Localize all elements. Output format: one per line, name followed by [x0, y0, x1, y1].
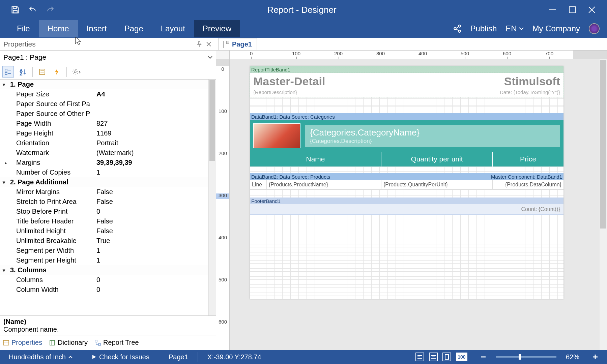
ruler-tick: 100 — [292, 51, 300, 56]
single-page-icon[interactable] — [442, 353, 451, 361]
category-desc-field[interactable]: {Categories.Description} — [310, 138, 555, 145]
vertical-ruler[interactable]: 0100200300400500600 — [216, 59, 230, 350]
publish-button[interactable]: Publish — [470, 24, 497, 33]
property-row[interactable]: Columns0 — [0, 275, 216, 285]
count-field[interactable]: Count: {Count()} — [250, 204, 563, 215]
tab-page[interactable]: Page — [116, 20, 152, 37]
align-left-icon[interactable] — [415, 353, 424, 361]
events-icon[interactable] — [52, 66, 62, 77]
zoom-in-button[interactable] — [589, 354, 602, 360]
properties-grid[interactable]: ▾1. PagePaper SizeA4Paper Source of Firs… — [0, 80, 216, 315]
scrollbar[interactable] — [600, 59, 607, 350]
property-row[interactable]: Paper SizeA4 — [0, 89, 216, 99]
align-center-icon[interactable] — [429, 353, 438, 361]
units-selector[interactable]: Hundredths of Inch — [5, 353, 76, 361]
zoom-out-button[interactable] — [477, 354, 490, 360]
categorized-icon[interactable] — [3, 66, 13, 77]
property-row[interactable]: Page Width827 — [0, 119, 216, 128]
company-label[interactable]: My Company — [532, 24, 580, 33]
check-issues-button[interactable]: Check for Issues — [88, 353, 153, 361]
avatar[interactable] — [589, 23, 600, 34]
chevron-up-icon — [68, 355, 73, 359]
property-row[interactable]: Unlimited HeightFalse — [0, 226, 216, 236]
ribbon: File Home Insert Page Layout Preview Pub… — [0, 20, 607, 38]
property-row[interactable]: Paper Source of First Pa — [0, 99, 216, 109]
tab-insert[interactable]: Insert — [78, 20, 116, 37]
property-row[interactable]: Page Height1169 — [0, 128, 216, 138]
property-group[interactable]: ▾1. Page — [0, 80, 216, 89]
svg-point-7 — [454, 28, 456, 30]
svg-rect-23 — [3, 340, 9, 345]
property-row[interactable]: Segment per Height1 — [0, 255, 216, 265]
ruler-tick: 300 — [376, 51, 385, 56]
minimize-icon[interactable] — [548, 5, 558, 15]
ruler-tick: 400 — [418, 51, 427, 56]
property-row[interactable]: Paper Source of Other P — [0, 109, 216, 119]
pin-icon[interactable] — [196, 40, 203, 48]
maximize-icon[interactable] — [567, 5, 577, 15]
redo-icon[interactable] — [45, 4, 56, 16]
footer-band[interactable]: FooterBand1 Count: {Count()} — [250, 198, 563, 215]
description-icon[interactable] — [37, 66, 48, 77]
tab-preview[interactable]: Preview — [194, 20, 240, 37]
property-group[interactable]: ▾2. Page Additional — [0, 177, 216, 187]
property-row[interactable]: Column Width0 — [0, 285, 216, 295]
undo-icon[interactable] — [27, 4, 38, 16]
zoom-slider[interactable] — [496, 356, 556, 358]
statusbar: Hundredths of Inch Check for Issues Page… — [0, 350, 607, 364]
tab-home[interactable]: Home — [39, 20, 78, 37]
ruler-tick: 500 — [461, 51, 469, 56]
property-row[interactable]: Unlimited BreakableTrue — [0, 236, 216, 246]
zoom-100-icon[interactable]: 100 — [456, 353, 467, 361]
data-band-categories[interactable]: DataBand1; Data Source: Categories {Cate… — [250, 113, 563, 166]
tab-layout[interactable]: Layout — [152, 20, 194, 37]
ruler-tick: 400 — [216, 235, 229, 240]
language-selector[interactable]: EN — [505, 24, 523, 33]
column-header[interactable]: Name Quantity per unit Price — [250, 152, 563, 166]
canvas[interactable]: ReportTitleBand1 Master-DetailStimulsoft… — [230, 59, 607, 350]
bottom-tab-properties[interactable]: Properties — [3, 339, 42, 346]
property-row[interactable]: Stop Before Print0 — [0, 207, 216, 216]
category-image[interactable] — [253, 123, 300, 148]
bottom-tab-report-tree[interactable]: Report Tree — [94, 339, 139, 346]
page-tab[interactable]: Page1 — [218, 38, 257, 50]
settings-icon[interactable] — [71, 66, 82, 77]
svg-rect-13 — [5, 69, 7, 71]
share-icon[interactable] — [453, 24, 462, 33]
property-row[interactable]: ▸Margins39,39,39,39 — [0, 158, 216, 168]
ruler-tick: 600 — [216, 319, 229, 325]
property-row[interactable]: Title before HeaderFalse — [0, 216, 216, 226]
property-row[interactable]: Mirror MarginsFalse — [0, 187, 216, 197]
property-row[interactable]: OrientationPortrait — [0, 138, 216, 148]
property-row[interactable]: Watermark(Watermark) — [0, 148, 216, 158]
property-group[interactable]: ▾3. Columns — [0, 265, 216, 275]
data-band-products[interactable]: DataBand2; Data Source: ProductsMaster C… — [250, 173, 563, 189]
report-title-band[interactable]: ReportTitleBand1 Master-DetailStimulsoft… — [250, 66, 563, 97]
chevron-down-icon — [519, 27, 524, 30]
status-page[interactable]: Page1 — [165, 353, 192, 361]
status-coords: X:-39.00 Y:278.74 — [204, 353, 265, 361]
category-name-field[interactable]: {Categories.CategoryName} — [310, 127, 555, 138]
ruler-tick: 0 — [216, 66, 229, 72]
horizontal-ruler[interactable]: 0100200300400500600700 — [230, 51, 607, 59]
page-icon — [223, 41, 229, 48]
property-row[interactable]: Segment per Width1 — [0, 246, 216, 255]
svg-rect-35 — [445, 355, 449, 359]
close-panel-icon[interactable] — [205, 40, 212, 48]
report-page[interactable]: ReportTitleBand1 Master-DetailStimulsoft… — [250, 66, 563, 299]
property-object-selector[interactable]: Page1 : Page — [0, 51, 216, 64]
save-icon[interactable] — [9, 4, 21, 16]
ruler-tick: 0 — [250, 51, 253, 56]
alphabetical-icon[interactable]: AZ — [18, 66, 28, 77]
ruler-tick: 200 — [216, 150, 229, 156]
design-surface: Page1 0100200300400500600700 01002003004… — [216, 38, 607, 350]
close-icon[interactable] — [587, 5, 597, 15]
bottom-tab-dictionary[interactable]: Dictionary — [49, 339, 88, 346]
svg-rect-3 — [569, 7, 575, 13]
svg-rect-1 — [13, 10, 17, 13]
svg-rect-14 — [5, 72, 7, 74]
property-row[interactable]: Number of Copies1 — [0, 168, 216, 177]
tab-file[interactable]: File — [8, 20, 39, 37]
scrollbar[interactable] — [208, 80, 216, 315]
property-row[interactable]: Stretch to Print AreaFalse — [0, 197, 216, 207]
